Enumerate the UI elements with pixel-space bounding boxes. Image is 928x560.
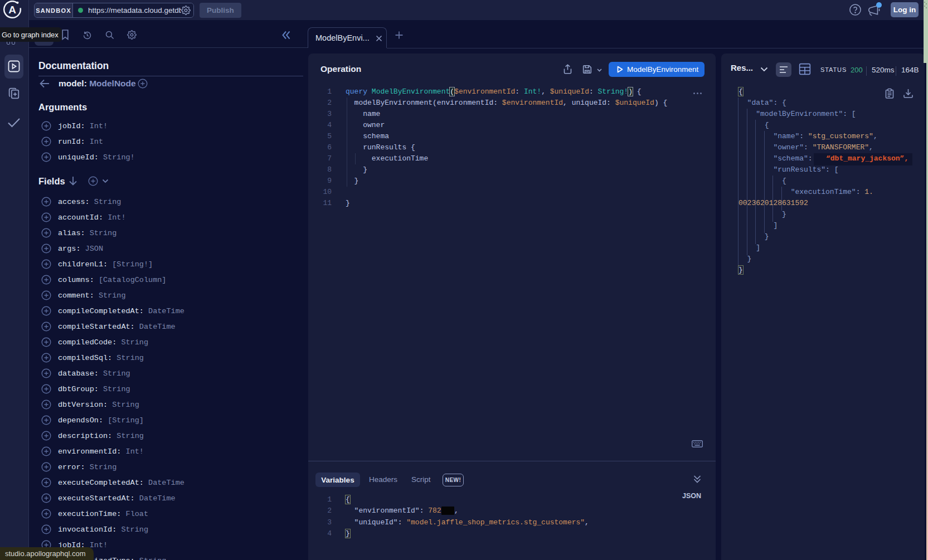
svg-text:A: A (8, 4, 16, 16)
